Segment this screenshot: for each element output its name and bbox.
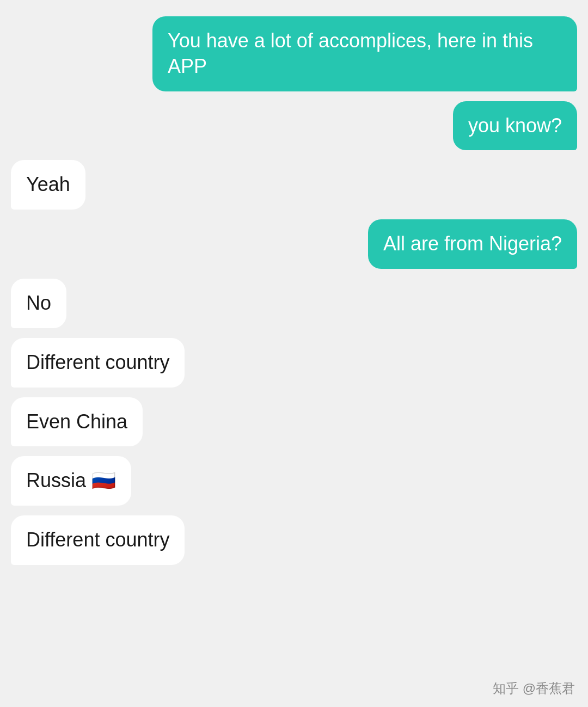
message-bubble-msg8: Russia 🇷🇺	[11, 456, 131, 506]
message-row: Russia 🇷🇺	[11, 456, 577, 506]
message-bubble-msg6: Different country	[11, 338, 185, 388]
message-row: Even China	[11, 397, 577, 447]
message-row: No	[11, 279, 577, 328]
message-bubble-msg4: All are from Nigeria?	[368, 219, 577, 269]
message-row: You have a lot of accomplices, here in t…	[11, 16, 577, 91]
message-bubble-msg9: Different country	[11, 515, 185, 565]
message-row: Different country	[11, 515, 577, 565]
message-bubble-msg7: Even China	[11, 397, 143, 447]
message-bubble-msg3: Yeah	[11, 160, 85, 210]
message-row: All are from Nigeria?	[11, 219, 577, 269]
watermark: 知乎 @香蕉君	[493, 680, 575, 697]
message-row: Different country	[11, 338, 577, 388]
message-bubble-msg1: You have a lot of accomplices, here in t…	[152, 16, 577, 91]
message-row: Yeah	[11, 160, 577, 210]
message-row: you know?	[11, 101, 577, 151]
message-bubble-msg5: No	[11, 279, 66, 328]
chat-container: You have a lot of accomplices, here in t…	[0, 0, 588, 607]
message-bubble-msg2: you know?	[453, 101, 577, 151]
